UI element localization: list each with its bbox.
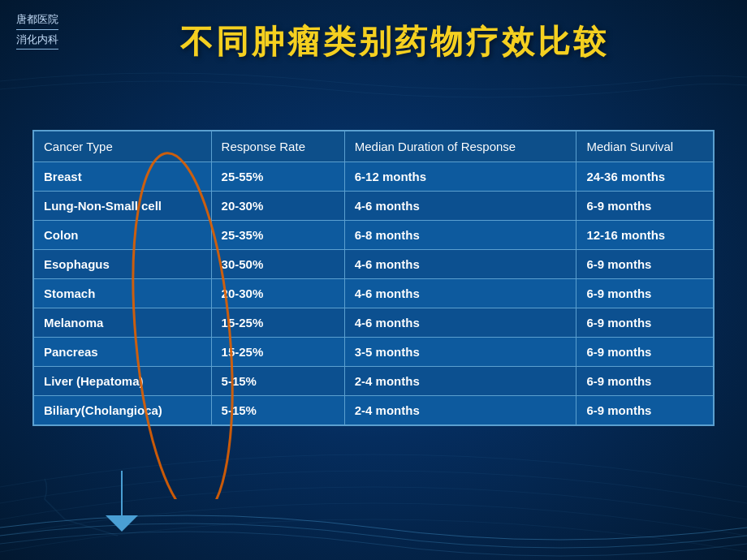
- cell-1-3: 6-9 months: [576, 192, 714, 221]
- cell-5-2: 4-6 months: [344, 308, 576, 338]
- cell-4-2: 4-6 months: [344, 279, 576, 308]
- cell-7-0: Liver (Hepatoma): [33, 367, 211, 396]
- logo-line1: 唐都医院: [16, 11, 58, 30]
- cell-6-2: 3-5 months: [344, 338, 576, 367]
- table-row: Lung-Non-Small cell20-30%4-6 months6-9 m…: [33, 192, 714, 221]
- data-table: Cancer Type Response Rate Median Duratio…: [32, 130, 715, 426]
- cell-1-0: Lung-Non-Small cell: [33, 192, 211, 221]
- cell-2-3: 12-16 months: [576, 221, 714, 250]
- table-row: Breast25-55%6-12 months24-36 months: [33, 162, 714, 192]
- table-row: Stomach20-30%4-6 months6-9 months: [33, 279, 714, 308]
- cell-8-0: Biliary(Cholangioca): [33, 396, 211, 426]
- cell-4-3: 6-9 months: [576, 279, 714, 308]
- cell-4-0: Stomach: [33, 279, 211, 308]
- cell-8-3: 6-9 months: [576, 396, 714, 426]
- cell-3-0: Esophagus: [33, 250, 211, 279]
- table-row: Liver (Hepatoma)5-15%2-4 months6-9 month…: [33, 367, 714, 396]
- col-header-median-duration: Median Duration of Response: [344, 131, 576, 162]
- col-header-median-survival: Median Survival: [576, 131, 714, 162]
- cell-3-1: 30-50%: [211, 250, 344, 279]
- logo-area: 唐都医院 消化内科: [16, 11, 58, 50]
- cell-1-2: 4-6 months: [344, 192, 576, 221]
- cell-0-0: Breast: [33, 162, 211, 192]
- svg-marker-2: [106, 515, 138, 532]
- cell-4-1: 20-30%: [211, 279, 344, 308]
- table-row: Esophagus30-50%4-6 months6-9 months: [33, 250, 714, 279]
- cell-8-1: 5-15%: [211, 396, 344, 426]
- cell-2-1: 25-35%: [211, 221, 344, 250]
- cell-7-1: 5-15%: [211, 367, 344, 396]
- cell-6-1: 15-25%: [211, 338, 344, 367]
- cell-7-3: 6-9 months: [576, 367, 714, 396]
- cell-6-0: Pancreas: [33, 338, 211, 367]
- table-row: Melanoma15-25%4-6 months6-9 months: [33, 308, 714, 338]
- cell-1-1: 20-30%: [211, 192, 344, 221]
- cell-5-0: Melanoma: [33, 308, 211, 338]
- cell-5-1: 15-25%: [211, 308, 344, 338]
- table-row: Colon25-35%6-8 months12-16 months: [33, 221, 714, 250]
- main-title: 不同肿瘤类别药物疗效比较: [58, 8, 731, 64]
- cell-8-2: 2-4 months: [344, 396, 576, 426]
- cell-6-3: 6-9 months: [576, 338, 714, 367]
- cell-3-2: 4-6 months: [344, 250, 576, 279]
- table-container: Cancer Type Response Rate Median Duratio…: [32, 130, 715, 495]
- table-header-row: Cancer Type Response Rate Median Duratio…: [33, 131, 714, 162]
- col-header-cancer-type: Cancer Type: [33, 131, 211, 162]
- cell-7-2: 2-4 months: [344, 367, 576, 396]
- col-header-response-rate: Response Rate: [211, 131, 344, 162]
- logo-line2: 消化内科: [16, 32, 58, 48]
- cell-2-2: 6-8 months: [344, 221, 576, 250]
- table-row: Pancreas15-25%3-5 months6-9 months: [33, 338, 714, 367]
- cell-5-3: 6-9 months: [576, 308, 714, 338]
- header: 唐都医院 消化内科 不同肿瘤类别药物疗效比较: [0, 0, 747, 73]
- cell-2-0: Colon: [33, 221, 211, 250]
- table-row: Biliary(Cholangioca)5-15%2-4 months6-9 m…: [33, 396, 714, 426]
- cell-0-1: 25-55%: [211, 162, 344, 192]
- cell-0-3: 24-36 months: [576, 162, 714, 192]
- cell-0-2: 6-12 months: [344, 162, 576, 192]
- cell-3-3: 6-9 months: [576, 250, 714, 279]
